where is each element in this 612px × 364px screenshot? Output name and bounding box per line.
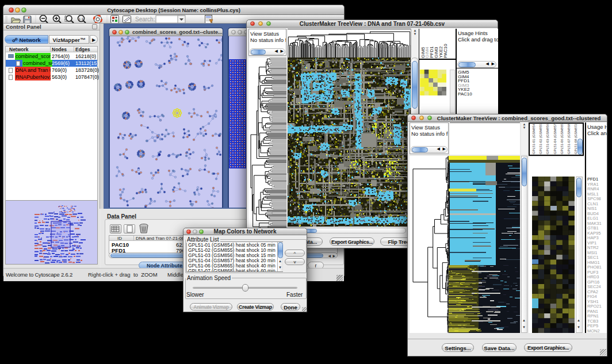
svg-text:Search:: Search:: [135, 16, 155, 22]
svg-text:1:1: 1:1: [79, 17, 84, 21]
svg-text:GPL51-01 (GSM854): GPL51-01 (GSM854): [532, 124, 536, 154]
svg-text:PAC10: PAC10: [443, 44, 448, 58]
svg-text:GPL51-02 (GSM855): GPL51-02 (GSM855): [539, 124, 542, 154]
svg-text:GPL51-04 (GSM857): GPL51-04 (GSM857): [553, 124, 557, 154]
svg-text:GPL51-06 (GSM865): GPL51-06 (GSM865): [560, 124, 564, 154]
svg-text:GPL51-07 (GSM868): GPL51-07 (GSM868): [567, 124, 571, 154]
svg-text:GPL51-03 (GSM856): GPL51-03 (GSM856): [546, 124, 549, 154]
